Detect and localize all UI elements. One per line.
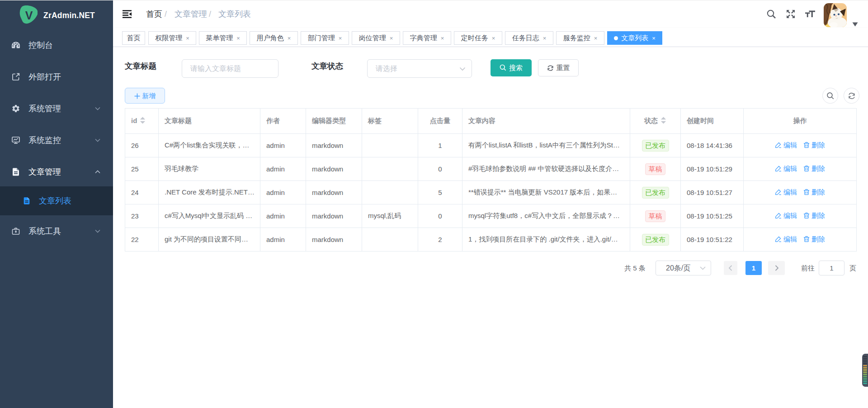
svg-text:V: V xyxy=(25,9,33,22)
